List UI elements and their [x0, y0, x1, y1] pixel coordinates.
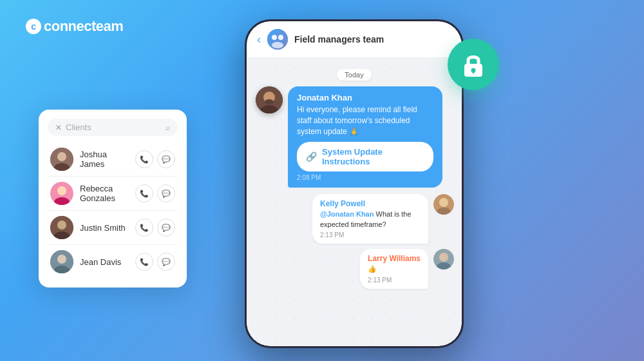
svg-point-4 — [57, 186, 66, 195]
kelly-sender-name: Kelly Powell — [320, 199, 421, 208]
larry-avatar — [433, 249, 454, 269]
kelly-msg-text: @Jonatan Khan What is the expected timef… — [320, 210, 421, 229]
svg-point-10 — [57, 255, 66, 264]
svg-point-1 — [57, 152, 66, 161]
call-btn-2[interactable]: 📞 — [135, 184, 153, 202]
system-update-link[interactable]: 🔗 System Update Instructions — [297, 142, 433, 171]
call-btn-3[interactable]: 📞 — [135, 219, 153, 237]
kelly-bubble: Kelly Powell @Jonatan Khan What is the e… — [312, 194, 428, 244]
jonatan-msg-group: Jonatan Khan Hi everyone, please remind … — [288, 86, 454, 188]
phone-screen: ‹ Field managers team Today — [247, 21, 462, 346]
link-icon: 🔗 — [306, 151, 317, 162]
svg-point-14 — [278, 35, 283, 40]
contact-item-3[interactable]: Justin Smith 📞 💬 — [48, 211, 178, 245]
contact-actions-1: 📞 💬 — [135, 150, 175, 168]
logo-c-icon: c — [26, 19, 41, 34]
larry-msg-text: 👍 — [368, 264, 421, 274]
team-avatar — [267, 29, 288, 50]
jonatan-msg-time: 2:08 PM — [297, 174, 433, 181]
lock-badge — [448, 39, 499, 90]
search-bar[interactable]: ✕ Clients ⌕ — [48, 119, 178, 136]
contact-actions-3: 📞 💬 — [135, 219, 175, 237]
jonatan-sender-name: Jonatan Khan — [297, 93, 433, 102]
contact-item-4[interactable]: Jean Davis 📞 💬 — [48, 245, 178, 278]
svg-point-15 — [272, 42, 283, 48]
kelly-msg-group: Kelly Powell @Jonatan Khan What is the e… — [254, 194, 454, 244]
msg-btn-4[interactable]: 💬 — [157, 253, 175, 271]
call-btn-1[interactable]: 📞 — [135, 150, 153, 168]
close-icon[interactable]: ✕ — [55, 123, 62, 132]
lock-icon — [460, 51, 487, 78]
call-btn-4[interactable]: 📞 — [135, 253, 153, 271]
msg-btn-2[interactable]: 💬 — [157, 184, 175, 202]
search-label: Clients — [66, 122, 162, 132]
contact-actions-4: 📞 💬 — [135, 253, 175, 271]
app-logo: c connecteam — [26, 18, 123, 35]
avatar-rebecca — [50, 182, 73, 205]
svg-rect-28 — [473, 70, 475, 73]
contact-name-2: Rebecca Gonzales — [80, 184, 129, 203]
contact-panel: ✕ Clients ⌕ Joshua James 📞 💬 Rebecca G — [39, 110, 187, 288]
jonatan-msg-text: Hi everyone, please remind all field sta… — [297, 104, 433, 137]
svg-point-24 — [439, 253, 448, 262]
jonatan-avatar — [256, 86, 283, 113]
larry-sender-name: Larry Williams — [368, 254, 421, 263]
svg-point-13 — [272, 35, 277, 40]
avatar-justin — [50, 216, 73, 239]
svg-point-7 — [57, 220, 66, 229]
svg-point-19 — [265, 99, 274, 104]
contact-name-1: Joshua James — [80, 150, 129, 169]
contact-item-2[interactable]: Rebecca Gonzales 📞 💬 — [48, 177, 178, 211]
phone-mockup: ‹ Field managers team Today — [245, 19, 464, 348]
search-icon[interactable]: ⌕ — [166, 123, 170, 132]
contact-name-3: Justin Smith — [80, 223, 129, 233]
logo-text: connecteam — [44, 18, 123, 35]
chat-messages: Today Jonatan Khan Hi everyone, please r… — [247, 58, 462, 346]
kelly-msg-time: 2:13 PM — [320, 231, 421, 239]
larry-msg-group: Larry Williams 👍 2:13 PM — [254, 249, 454, 288]
msg-btn-3[interactable]: 💬 — [157, 219, 175, 237]
jonatan-bubble: Jonatan Khan Hi everyone, please remind … — [288, 86, 442, 188]
contact-name-4: Jean Davis — [80, 257, 129, 267]
msg-btn-1[interactable]: 💬 — [157, 150, 175, 168]
chat-header: ‹ Field managers team — [247, 21, 462, 58]
back-button[interactable]: ‹ — [257, 33, 261, 46]
contact-actions-2: 📞 💬 — [135, 184, 175, 202]
date-chip: Today — [254, 68, 454, 80]
avatar-joshua — [50, 148, 73, 171]
svg-point-21 — [439, 198, 448, 207]
contact-item-1[interactable]: Joshua James 📞 💬 — [48, 142, 178, 177]
team-name: Field managers team — [294, 34, 384, 44]
larry-msg-time: 2:13 PM — [368, 277, 421, 284]
date-label: Today — [337, 69, 371, 81]
avatar-jean — [50, 250, 73, 273]
link-text: System Update Instructions — [322, 147, 424, 166]
kelly-avatar — [433, 194, 454, 215]
larry-bubble: Larry Williams 👍 2:13 PM — [360, 249, 428, 288]
